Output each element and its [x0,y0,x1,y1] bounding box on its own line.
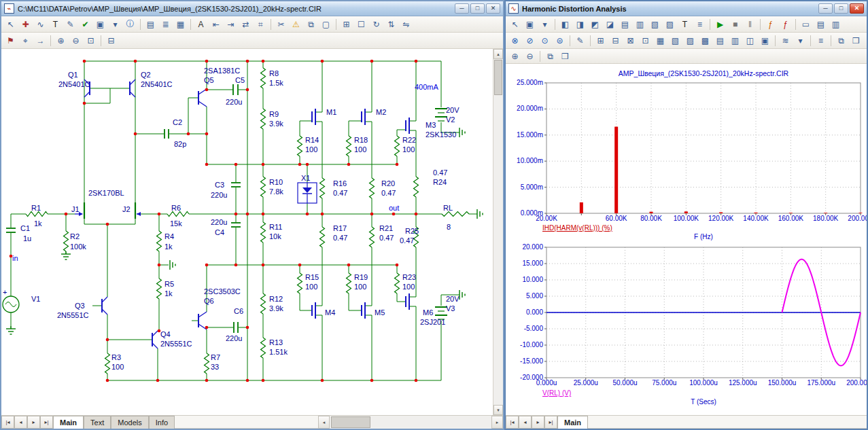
blank-page-icon[interactable]: ▢ [319,18,333,31]
wire-mode-icon[interactable]: ∿ [33,18,48,31]
tab-nav-button-2[interactable]: ▸ [27,416,40,429]
scroll-right-button[interactable]: ▸ [491,416,503,429]
zoom-out-icon[interactable]: ⊖ [69,34,83,48]
add-page-icon[interactable]: ❒ [558,50,572,63]
scroll-up-button[interactable]: ▴ [493,49,503,59]
vertical-tag-icon[interactable]: ▤ [618,18,632,31]
vertical-scrollbar[interactable]: ▴ ▾ [493,49,503,415]
dropdown-icon[interactable]: ▾ [108,18,122,31]
horizontal-scrollbar[interactable]: ◂ ▸ [318,416,503,429]
point-tag-icon[interactable]: ◩ [588,18,602,31]
series-label[interactable]: V(RL) (V) [542,389,571,397]
flag-icon[interactable]: ⚑ [3,34,18,48]
tab-nav-button-1[interactable]: ◂ [519,416,532,429]
text-mode-icon[interactable]: T [678,18,692,31]
tab-nav-button-0[interactable]: |◂ [1,416,14,429]
cursor-mode-icon[interactable]: ◨ [573,18,587,31]
series-label[interactable]: IHD(HARM(v(RL))) (%) [542,224,612,232]
border-box-icon[interactable]: ☐ [354,18,368,31]
cursor-z-icon[interactable]: ⊙ [538,34,552,48]
zoom-area-icon[interactable]: ⊡ [84,34,98,48]
harmonic-spectrum-chart[interactable]: 20.00K60.00K80.00K100.00K120.00K140.00K1… [507,67,867,242]
camera-icon[interactable]: ⊟ [104,34,118,48]
panel-right-icon[interactable]: ▥ [829,18,843,31]
plus-marks-icon[interactable]: ⊡ [638,34,653,48]
tab-info[interactable]: Info [149,416,175,429]
fourier-icon[interactable]: ƒ [763,18,778,31]
analysis-titlebar[interactable]: ∿ Harmonic Distortion Analysis ─ □ ✕ [506,1,867,16]
tokens-icon[interactable]: ⊟ [608,34,623,48]
performance-tag-icon[interactable]: ▥ [633,18,647,31]
edit-icon[interactable]: ✎ [573,34,587,48]
baseline-icon[interactable]: ▤ [713,34,727,48]
restore-button[interactable]: □ [834,3,848,14]
close-button[interactable]: ✕ [850,3,864,14]
waveform-chart[interactable]: 0.000u25.000u50.000u75.000u100.000u125.0… [507,242,867,409]
scroll-down-button[interactable]: ▾ [493,405,503,415]
align-right-icon[interactable]: ⇥ [224,18,238,31]
cursor-x-icon[interactable]: ⊗ [508,34,522,48]
tab-nav-button-3[interactable]: ▸| [40,416,53,429]
panel-left-icon[interactable]: ▤ [814,18,828,31]
properties-icon[interactable]: ≣ [158,18,173,31]
pages-icon[interactable]: ▣ [758,34,772,48]
tree-icon[interactable]: ≋ [778,34,793,48]
stop-icon[interactable]: ■ [728,18,742,31]
dropdown-icon[interactable]: ▾ [793,34,808,48]
rotate-icon[interactable]: ↻ [369,18,383,31]
vertical-scroll-thumb[interactable] [494,60,502,95]
text-tool-icon[interactable]: T [48,18,63,31]
maximize-plot-icon[interactable]: ⧉ [834,34,848,48]
pause-icon[interactable]: ‖ [743,18,757,31]
clipboard-icon[interactable]: ▣ [523,18,537,31]
tab-nav-button-1[interactable]: ◂ [14,416,27,429]
horizontal-scroll-thumb[interactable] [331,416,370,428]
flip-vertical-icon[interactable]: ⇅ [384,18,398,31]
copy-page-icon[interactable]: ⧉ [543,50,557,63]
align-cursors-icon[interactable]: ◫ [743,34,757,48]
restore-button[interactable]: □ [470,3,485,14]
zoom-mode-icon[interactable]: ▨ [663,18,677,31]
tab-nav-button-0[interactable]: |◂ [506,416,519,429]
attribute-text-icon[interactable]: A [194,18,208,31]
schematic-titlebar[interactable]: ⌁ C:\MC11\DATA\Petrov\AMP_Швеция\AMP_Шве… [1,1,503,16]
schematic-canvas[interactable]: Q12N5401CQ22N5401C2SA1381CQ5C5220uR81.5k… [1,49,493,415]
properties-icon[interactable]: ≡ [693,18,707,31]
document-icon[interactable]: ▤ [143,18,158,31]
dropdown-icon[interactable]: ▾ [538,18,552,31]
tab-main[interactable]: Main [557,416,588,429]
find-icon[interactable]: ⌖ [18,34,33,48]
horizontal-axis-grid-icon[interactable]: ▦ [653,34,667,48]
close-button[interactable]: ✕ [486,3,500,14]
info-icon[interactable]: ⓘ [123,18,137,31]
run-icon[interactable]: ▶ [713,18,727,31]
notes-icon[interactable]: ▦ [173,18,188,31]
tab-main[interactable]: Main [53,416,84,429]
scroll-left-button[interactable]: ◂ [318,416,330,429]
horizontal-tag-icon[interactable]: ◪ [603,18,617,31]
select-arrow-icon[interactable]: ↖ [508,18,522,31]
tab-nav-button-3[interactable]: ▸| [544,416,557,429]
tab-nav-button-2[interactable]: ▸ [532,416,544,429]
minimize-button[interactable]: ─ [818,3,833,14]
swap-icon[interactable]: ⇄ [239,18,253,31]
log-x-icon[interactable]: ▨ [683,34,697,48]
zoom-in-plot-icon[interactable]: ⊕ [508,50,522,63]
tab-models[interactable]: Models [111,416,148,429]
pencil-icon[interactable]: ✎ [63,18,77,31]
vertical-axis-grid-icon[interactable]: ▧ [668,34,682,48]
node-numbers-icon[interactable]: ⌗ [254,18,268,31]
ruler-icon[interactable]: ⊠ [623,34,638,48]
zoom-in-icon[interactable]: ⊕ [54,34,68,48]
cut-icon[interactable]: ✂ [274,18,288,31]
cursor-y-icon[interactable]: ⊘ [523,34,537,48]
thumbnails-icon[interactable]: ❒ [849,34,863,48]
clipboard-icon[interactable]: ▣ [93,18,107,31]
copy-icon[interactable]: ⧉ [304,18,318,31]
tab-text[interactable]: Text [84,416,111,429]
tracker-icon[interactable]: ▥ [728,34,742,48]
warning-icon[interactable]: ⚠ [289,18,303,31]
component-mode-icon[interactable]: ✚ [18,18,33,31]
mirror-icon[interactable]: ⇋ [399,18,413,31]
zoom-out-plot-icon[interactable]: ⊖ [523,50,537,63]
